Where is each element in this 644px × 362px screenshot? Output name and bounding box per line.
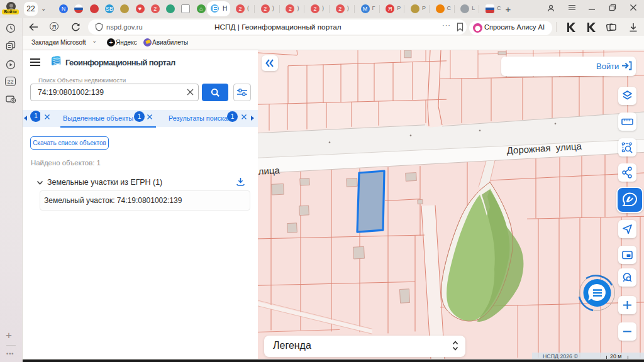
svg-text:лица: лица xyxy=(258,165,280,177)
